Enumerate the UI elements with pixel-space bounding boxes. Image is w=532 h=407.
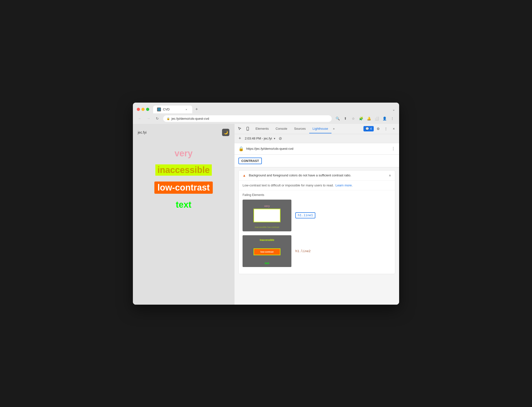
tab-sources[interactable]: Sources — [291, 124, 309, 133]
tab-close-button[interactable]: × — [184, 107, 188, 111]
tab-list-button[interactable]: ⌄ — [392, 107, 395, 111]
thumb-very-text: very — [264, 204, 270, 207]
search-icon[interactable]: 🔍 — [335, 116, 340, 121]
share-icon[interactable]: ⬆ — [342, 116, 348, 121]
text-demo: text — [176, 200, 191, 210]
failing-elements: Failing Elements very inaccessible low-c… — [239, 190, 395, 274]
thumb-bottom-1: inaccessible low-contrast — [255, 226, 279, 228]
main-content: jec.fyi 🌙 very inaccessible low-contrast… — [133, 124, 399, 305]
audit-url-text: https://jec.fyi/demo/cds-quest-cvd — [246, 147, 293, 150]
tab-lighthouse[interactable]: Lighthouse — [309, 124, 332, 133]
alert-text: Background and foreground colors do not … — [249, 173, 386, 177]
report-dropdown-button[interactable]: ▾ — [274, 137, 275, 140]
tab-bar: 🌐 CVD × + ⌄ — [153, 106, 395, 113]
more-tabs-button[interactable]: » — [331, 125, 336, 132]
device-toolbar-button[interactable] — [244, 125, 251, 132]
devtools-panel: Elements Console Sources Lighthouse » 💬 … — [234, 124, 399, 305]
failing-item: very inaccessible low-contrast h1.line1 — [243, 200, 391, 231]
thumbnail-overlay-1: very inaccessible low-contrast — [243, 200, 291, 231]
very-text: very — [174, 148, 192, 159]
feedback-button[interactable]: 💬 4 — [363, 126, 374, 131]
inaccessible-text: inaccessible — [155, 164, 212, 176]
minimize-button[interactable] — [141, 108, 145, 111]
audit-more-button[interactable]: ⋮ — [391, 146, 395, 151]
refresh-button[interactable]: ↻ — [154, 116, 160, 121]
url-text: jec.fyi/demo/cds-quest-cvd — [171, 117, 209, 120]
collapse-button[interactable]: ∧ — [389, 174, 391, 177]
devtools-settings-button[interactable]: ⚙ — [375, 125, 382, 132]
feedback-icon: 💬 — [365, 127, 369, 130]
extensions-icon[interactable]: 🧩 — [358, 116, 364, 121]
lock-icon: 🔒 — [167, 117, 170, 120]
page-content: jec.fyi 🌙 very inaccessible low-contrast… — [133, 124, 234, 305]
traffic-lights — [137, 108, 149, 111]
sidebar-icon[interactable]: ⬜ — [374, 116, 380, 121]
maximize-button[interactable] — [146, 108, 149, 111]
thumb2-low-text: low-contrast — [260, 250, 274, 253]
notifications-icon[interactable]: 🔔 — [366, 116, 372, 121]
title-bar: 🌐 CVD × + ⌄ — [133, 103, 399, 113]
audit-url-left: 🔒 https://jec.fyi/demo/cds-quest-cvd — [238, 146, 293, 151]
devtools-actions: 💬 4 ⚙ ⋮ × — [363, 125, 397, 132]
thumb2-inaccessible-text: inaccessible — [260, 239, 274, 241]
inspect-element-button[interactable] — [236, 125, 243, 132]
new-report-button[interactable]: + — [237, 136, 243, 141]
devtools-content: 🔒 https://jec.fyi/demo/cds-quest-cvd ⋮ C… — [234, 143, 399, 305]
address-bar: ← → ↻ 🔒 jec.fyi/demo/cds-quest-cvd 🔍 ⬆ ☆… — [133, 113, 399, 124]
contrast-section: CONTRAST — [234, 155, 399, 167]
chrome-menu-icon[interactable]: ⋮ — [389, 116, 395, 121]
bookmark-icon[interactable]: ☆ — [350, 116, 356, 121]
site-name: jec.fyi — [138, 130, 147, 134]
new-tab-button[interactable]: + — [193, 106, 200, 113]
devtools-tabs: Elements Console Sources Lighthouse » — [252, 124, 362, 133]
clear-report-button[interactable]: ⊘ — [277, 136, 283, 141]
feedback-count: 4 — [370, 127, 372, 130]
devtools-close-button[interactable]: × — [390, 125, 397, 132]
demo-text-area: very inaccessible low-contrast text — [138, 148, 229, 210]
devtools-toolbar: Elements Console Sources Lighthouse » 💬 … — [234, 124, 399, 134]
address-actions: 🔍 ⬆ ☆ 🧩 🔔 ⬜ 👤 ⋮ — [335, 116, 395, 121]
close-button[interactable] — [137, 108, 140, 111]
alert-description-text: Low-contrast text is difficult or imposs… — [243, 183, 334, 187]
failing-code-1[interactable]: h1.line1 — [295, 212, 315, 218]
alert-header: ▲ Background and foreground colors do no… — [239, 171, 395, 181]
browser-tab[interactable]: 🌐 CVD × — [153, 106, 192, 113]
low-contrast-text: low-contrast — [154, 182, 213, 194]
thumb2-bg: inaccessible low-contrast text — [243, 235, 291, 267]
back-button[interactable]: ← — [137, 116, 143, 121]
url-bar[interactable]: 🔒 jec.fyi/demo/cds-quest-cvd — [163, 115, 332, 122]
alert-description: Low-contrast text is difficult or imposs… — [239, 181, 395, 190]
alert-section: ▲ Background and foreground colors do no… — [238, 170, 395, 274]
audit-lock-icon: 🔒 — [238, 146, 244, 151]
alert-triangle-icon: ▲ — [243, 173, 246, 177]
tab-title: CVD — [163, 107, 170, 111]
forward-button[interactable]: → — [146, 116, 151, 121]
audit-url-bar: 🔒 https://jec.fyi/demo/cds-quest-cvd ⋮ — [234, 143, 399, 155]
browser-window: 🌐 CVD × + ⌄ ← → ↻ 🔒 jec.fyi/demo/cds-que… — [133, 103, 399, 305]
failing-thumbnail-1: very inaccessible low-contrast — [243, 200, 291, 231]
failing-thumbnail-2: inaccessible low-contrast text — [243, 235, 291, 267]
thumb2-highlight: low-contrast — [254, 248, 280, 255]
learn-more-link[interactable]: Learn more — [336, 183, 352, 187]
dark-mode-button[interactable]: 🌙 — [222, 129, 229, 136]
page-header: jec.fyi 🌙 — [138, 129, 229, 136]
contrast-badge[interactable]: CONTRAST — [238, 158, 262, 164]
tab-elements[interactable]: Elements — [252, 124, 272, 133]
tab-console[interactable]: Console — [272, 124, 291, 133]
failing-code-2[interactable]: h1.line2 — [295, 249, 311, 253]
profile-icon[interactable]: 👤 — [382, 116, 387, 121]
failing-item-2: inaccessible low-contrast text h1.line2 — [243, 235, 391, 267]
failing-elements-label: Failing Elements — [243, 193, 391, 197]
devtools-subtoolbar: + 2:03:48 PM - jec.fyi ▾ ⊘ — [234, 134, 399, 143]
thumb-highlight-1 — [254, 209, 280, 222]
tab-favicon: 🌐 — [157, 107, 161, 111]
thumb2-bottom-text: text — [265, 262, 269, 265]
report-name: 2:03:48 PM - jec.fyi — [245, 137, 272, 140]
devtools-more-button[interactable]: ⋮ — [383, 125, 389, 132]
